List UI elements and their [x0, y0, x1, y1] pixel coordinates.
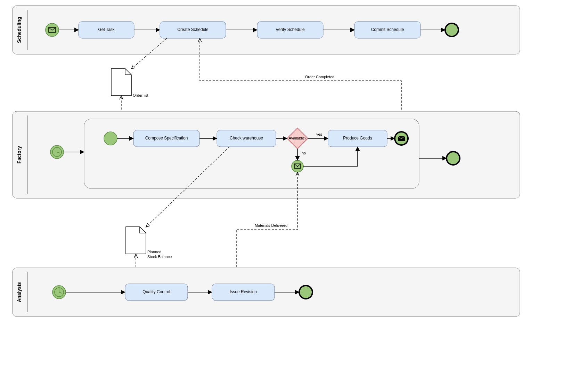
no-label: no [302, 151, 306, 155]
svg-text:Produce Goods: Produce Goods [343, 136, 372, 141]
quality-control-task: Quality Control [125, 284, 188, 301]
svg-text:Commit Schedule: Commit Schedule [371, 27, 404, 32]
factory-timer-start [50, 145, 64, 159]
subprocess-start-event [104, 132, 117, 145]
factory-end-event [447, 152, 460, 165]
scheduling-lane: Scheduling Get Task Create Schedule Veri… [13, 6, 520, 54]
commit-schedule-task: Commit Schedule [354, 22, 420, 38]
factory-lane: Factory Compose Specification Check ware… [13, 111, 520, 198]
create-schedule-task: Create Schedule [160, 22, 226, 38]
analysis-end-event [299, 286, 312, 299]
analysis-lane-label: Analysis [16, 282, 22, 302]
check-warehouse-task: Check warehouse [217, 130, 276, 147]
get-task: Get Task [79, 22, 134, 38]
svg-text:Quality Control: Quality Control [142, 289, 170, 294]
materials-delivered-label: Materials Delivered [255, 223, 287, 227]
svg-text:Check warehouse: Check warehouse [230, 136, 263, 141]
svg-text:Available?: Available? [289, 136, 307, 140]
svg-text:Compose Specification: Compose Specification [145, 136, 188, 141]
compose-spec-task: Compose Specification [133, 130, 199, 147]
order-list-label: Order list [133, 93, 148, 97]
scheduling-end-event [445, 23, 458, 37]
planned-stock-label-line2: Stock Balance [147, 255, 172, 259]
verify-schedule-task: Verify Schedule [257, 22, 323, 38]
svg-rect-12 [13, 111, 520, 198]
planned-stock-document: Planned Stock Balance [126, 227, 172, 259]
svg-point-2 [46, 23, 59, 37]
scheduling-start-event [46, 23, 59, 37]
planned-stock-label-line1: Planned [147, 250, 161, 254]
subprocess-message-end [395, 132, 408, 145]
analysis-lane: Analysis Quality Control Issue Revision [13, 268, 520, 317]
analysis-timer-start [52, 286, 66, 299]
factory-lane-label: Factory [16, 146, 22, 164]
svg-text:Issue Revision: Issue Revision [230, 289, 257, 294]
yes-label: yes [316, 132, 322, 136]
scheduling-lane-label: Scheduling [16, 17, 22, 43]
materials-catch-event [292, 160, 303, 172]
bpmn-diagram: Scheduling Get Task Create Schedule Veri… [0, 0, 588, 384]
svg-text:Get Task: Get Task [98, 27, 115, 32]
issue-revision-task: Issue Revision [212, 284, 275, 301]
produce-goods-task: Produce Goods [328, 130, 387, 147]
svg-text:Verify Schedule: Verify Schedule [276, 27, 305, 32]
envelope-icon [398, 136, 405, 141]
order-list-document: Order list [111, 69, 148, 97]
svg-text:Create Schedule: Create Schedule [177, 27, 209, 32]
order-completed-label: Order Completed [305, 75, 334, 79]
